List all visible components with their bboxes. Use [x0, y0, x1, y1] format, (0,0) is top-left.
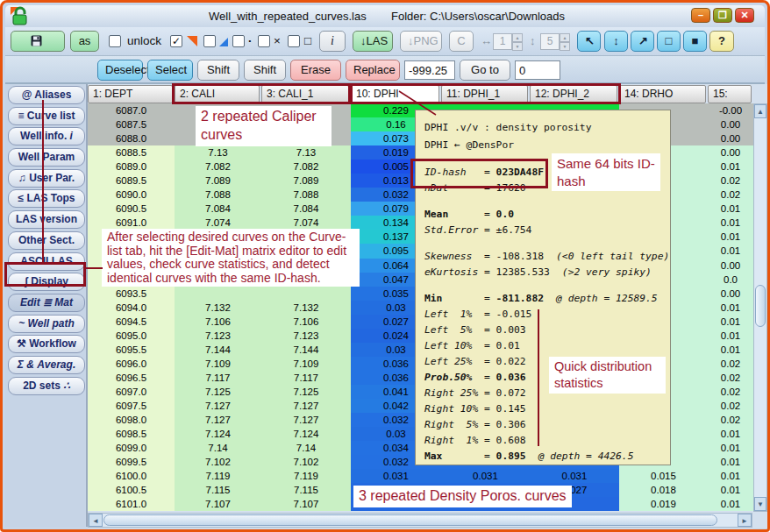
export-png-button[interactable]: ↓PNG: [400, 31, 442, 52]
cell-drho[interactable]: 0.01: [708, 343, 753, 357]
cell-dept[interactable]: 6089.0: [88, 160, 175, 174]
cell-drho[interactable]: 0.02: [708, 399, 753, 413]
cell-drho[interactable]: 0.01: [708, 244, 753, 258]
scroll-left-icon[interactable]: ◄: [89, 514, 103, 527]
cell-cali[interactable]: 7.125: [261, 385, 351, 399]
cell-cali[interactable]: 7.089: [261, 174, 351, 188]
cell-dept[interactable]: 6093.5: [88, 287, 175, 301]
cell-cali[interactable]: 7.102: [261, 455, 351, 469]
cell-cali[interactable]: 7.124: [175, 427, 261, 441]
cell-cali[interactable]: [261, 287, 351, 301]
cell-cali[interactable]: 7.084: [175, 202, 261, 216]
cell-drho[interactable]: 0.02: [708, 371, 753, 385]
cell-dept[interactable]: 6096.0: [88, 357, 175, 371]
cell-cali[interactable]: 7.089: [175, 174, 261, 188]
filled-square-tool-button[interactable]: ■: [683, 31, 707, 52]
cell-drho[interactable]: 0.00: [708, 145, 753, 160]
sidebar-item-workflow[interactable]: ⚒ Workflow: [8, 335, 85, 353]
cell-cali[interactable]: 7.082: [261, 160, 351, 174]
cell-cali[interactable]: 7.144: [261, 343, 351, 357]
minimize-button[interactable]: –: [691, 8, 710, 23]
cell-drho[interactable]: 0.018: [619, 483, 708, 497]
cell-drho[interactable]: 0.01: [708, 230, 753, 244]
sidebar-item-aliases[interactable]: @ Aliases: [8, 86, 85, 104]
cell-cali[interactable]: 7.119: [261, 469, 351, 483]
cell-cali[interactable]: 7.074: [261, 216, 351, 230]
go-to-depth-button[interactable]: Go to depth:: [460, 60, 510, 81]
cell-cali[interactable]: 7.127: [261, 399, 351, 413]
cell-drho[interactable]: -0.00: [708, 103, 753, 117]
scroll-down-icon[interactable]: ▼: [754, 497, 766, 511]
sidebar-item-las-tops[interactable]: ≤ LAS Tops: [8, 189, 85, 208]
depth-value-input[interactable]: [515, 60, 560, 80]
cell-dept[interactable]: 6087.0: [88, 103, 175, 117]
cell-dphi[interactable]: 0.031: [530, 469, 619, 483]
cell-drho[interactable]: 0.01: [708, 202, 753, 216]
close-button[interactable]: ✕: [735, 8, 754, 23]
sidebar-item-well-param[interactable]: Well Param: [8, 148, 85, 167]
cell-dept[interactable]: 6100.5: [88, 483, 175, 497]
cell-dept[interactable]: 6097.0: [88, 385, 175, 399]
deselect-button[interactable]: Deselect: [97, 60, 143, 81]
cell-drho[interactable]: 0.01: [708, 427, 753, 441]
sidebar-item-well-info[interactable]: Well info. i: [8, 127, 85, 145]
cell-dept[interactable]: 6087.5: [88, 117, 175, 131]
cell-dept[interactable]: 6100.0: [88, 469, 175, 483]
cell-drho[interactable]: 0.00: [708, 287, 753, 301]
help-button[interactable]: ?: [709, 31, 734, 52]
cell-dept[interactable]: 6099.0: [88, 441, 175, 455]
cursor-tool-button[interactable]: ↖: [577, 31, 601, 52]
cell-dept[interactable]: 6094.0: [88, 301, 175, 315]
cell-cali[interactable]: 7.107: [261, 497, 351, 511]
cell-drho[interactable]: 0.00: [708, 259, 753, 273]
cell-cali[interactable]: 7.124: [261, 427, 351, 441]
horizontal-scrollbar-thumb[interactable]: [103, 514, 717, 526]
cell-dept[interactable]: 6088.5: [88, 145, 175, 160]
cell-cali[interactable]: 7.109: [175, 357, 261, 371]
cell-drho[interactable]: 0.019: [619, 497, 708, 511]
cell-cali[interactable]: 7.117: [261, 371, 351, 385]
cell-cali[interactable]: 7.106: [261, 315, 351, 329]
cell-cali[interactable]: 7.074: [175, 216, 261, 230]
replace-with-button[interactable]: Replace with:: [346, 60, 400, 81]
cell-dept[interactable]: 6090.0: [88, 188, 175, 202]
cell-drho[interactable]: 0.01: [708, 455, 753, 469]
cell-dphi[interactable]: 0.031: [351, 469, 441, 483]
cell-cali[interactable]: 7.13: [175, 145, 261, 160]
maximize-button[interactable]: ❐: [713, 8, 732, 23]
cell-cali[interactable]: 7.117: [175, 371, 261, 385]
cell-drho[interactable]: 0.01: [708, 216, 753, 230]
sidebar-item-well-path[interactable]: ~ Well path: [8, 315, 85, 333]
outline-square-tool-button[interactable]: □: [657, 31, 681, 52]
cell-drho[interactable]: 0.01: [708, 469, 753, 483]
cell-dept[interactable]: 6095.5: [88, 343, 175, 357]
horizontal-scrollbar[interactable]: ◄ ►: [88, 513, 752, 528]
cell-cali[interactable]: 7.125: [175, 385, 261, 399]
vertical-scrollbar-thumb[interactable]: [755, 285, 766, 327]
unlock-checkbox[interactable]: [109, 35, 121, 47]
save-button[interactable]: Save: [11, 31, 65, 52]
cell-cali[interactable]: 7.14: [175, 441, 261, 455]
cell-cali[interactable]: 7.132: [261, 301, 351, 315]
cell-cali[interactable]: 7.088: [175, 188, 261, 202]
cell-cali[interactable]: 7.13: [261, 145, 351, 160]
cell-dept[interactable]: 6095.0: [88, 329, 175, 343]
cell-drho[interactable]: 0.01: [708, 315, 753, 329]
cell-drho[interactable]: 0.0: [708, 273, 753, 287]
cell-drho[interactable]: 0.02: [708, 357, 753, 371]
cell-drho[interactable]: 0.015: [619, 469, 708, 483]
column-header-DRHC[interactable]: 15: DRHC: [708, 85, 752, 103]
vertical-resize-tool-button[interactable]: ↕: [604, 31, 628, 52]
vertical-scrollbar[interactable]: ▲ ▼: [753, 103, 767, 512]
cell-drho[interactable]: 0.02: [708, 385, 753, 399]
cell-drho[interactable]: 0.01: [708, 301, 753, 315]
cell-cali[interactable]: 7.102: [175, 455, 261, 469]
cell-cali[interactable]: 7.127: [175, 413, 261, 427]
cell-drho[interactable]: 0.01: [708, 441, 753, 455]
cell-cali[interactable]: 7.106: [175, 315, 261, 329]
cell-drho[interactable]: 0.01: [708, 160, 753, 174]
cell-dept[interactable]: 6098.5: [88, 427, 175, 441]
dot-marker-checkbox[interactable]: [232, 35, 245, 47]
cell-dept[interactable]: 6089.5: [88, 174, 175, 188]
cell-cali[interactable]: 7.123: [261, 329, 351, 343]
